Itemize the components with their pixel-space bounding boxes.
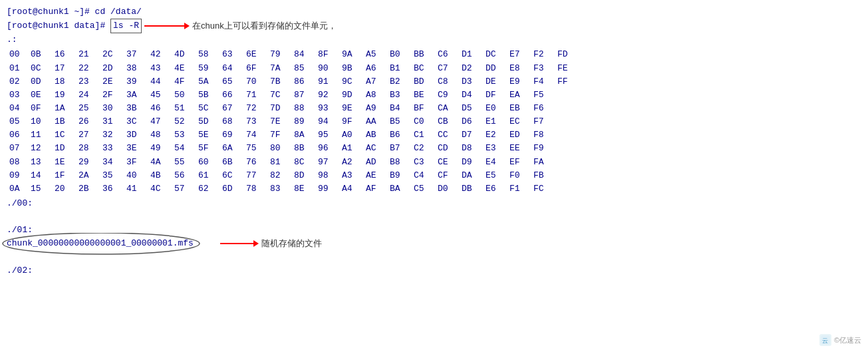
hex-cell: 4D xyxy=(174,48,198,61)
hex-table: 000B16212C37424D58636E79848F9AA5B0BBC6D1… xyxy=(9,48,861,196)
hex-cell: 10 xyxy=(31,115,55,128)
hex-cell: A1 xyxy=(342,142,366,155)
hex-cell: A2 xyxy=(342,156,366,169)
hex-cell: C5 xyxy=(414,182,438,196)
hex-cell: 0C xyxy=(31,62,55,75)
terminal-line-blank1 xyxy=(7,210,861,224)
hex-cell: A6 xyxy=(366,62,390,75)
hex-cell: 61 xyxy=(198,169,222,182)
hex-cell: 49 xyxy=(150,142,174,155)
hex-cell: 03 xyxy=(9,88,31,102)
watermark-icon: 云 xyxy=(819,334,831,346)
hex-cell: 27 xyxy=(78,128,102,142)
hex-row: 000B16212C37424D58636E79848F9AA5B0BBC6D1… xyxy=(9,48,861,61)
terminal-line-1: [root@chunk1 ~]# cd /data/ xyxy=(7,5,861,19)
hex-cell: 32 xyxy=(102,128,126,142)
hex-cell: 3C xyxy=(126,115,150,128)
hex-cell: 13 xyxy=(31,156,55,169)
hex-cell: 8C xyxy=(294,156,318,169)
hex-cell: 3F xyxy=(126,156,150,169)
hex-cell: 77 xyxy=(246,169,270,182)
hex-cell: FF xyxy=(557,75,581,88)
hex-cell: 5E xyxy=(198,128,222,142)
cloud-icon: 云 xyxy=(821,335,830,345)
hex-cell: 60 xyxy=(198,156,222,169)
hex-cell: 7B xyxy=(270,75,294,88)
terminal-line-02: ./02: xyxy=(7,264,861,277)
hex-cell: DD xyxy=(486,62,509,75)
hex-cell: 80 xyxy=(270,142,294,155)
hex-cell: D3 xyxy=(462,75,486,88)
hex-cell: E6 xyxy=(486,182,509,196)
hex-cell: 14 xyxy=(31,169,55,182)
hex-cell: F4 xyxy=(533,75,557,88)
hex-cell: 3B xyxy=(126,102,150,115)
hex-cell: 11 xyxy=(31,128,55,142)
hex-cell: 17 xyxy=(55,62,78,75)
hex-row: 030E19242F3A45505B66717C87929DA8B3BEC9D4… xyxy=(9,88,861,102)
hex-cell: BA xyxy=(390,182,414,196)
hex-cell: 97 xyxy=(318,156,342,169)
hex-cell: CC xyxy=(438,128,462,142)
hex-cell: 4B xyxy=(150,169,174,182)
hex-cell: E0 xyxy=(486,102,509,115)
hex-cell: 86 xyxy=(294,75,318,88)
hex-cell: FA xyxy=(533,156,557,169)
hex-cell: 90 xyxy=(318,62,342,75)
hex-cell: 15 xyxy=(31,182,55,196)
hex-cell: 05 xyxy=(9,115,31,128)
terminal-line-blank2 xyxy=(7,251,861,264)
hex-cell: 8D xyxy=(294,169,318,182)
prompt-1: [root@chunk1 ~]# cd /data/ xyxy=(7,5,142,19)
hex-cell: 30 xyxy=(102,102,126,115)
hex-cell: EF xyxy=(509,156,533,169)
hex-cell: 37 xyxy=(126,48,150,61)
hex-cell: 51 xyxy=(174,102,198,115)
hex-cell: 26 xyxy=(78,115,102,128)
hex-cell: 84 xyxy=(294,48,318,61)
hex-cell: 36 xyxy=(102,182,126,196)
hex-cell: 35 xyxy=(102,169,126,182)
hex-cell: 7A xyxy=(270,62,294,75)
hex-cell: 98 xyxy=(318,169,342,182)
hex-cell: B9 xyxy=(390,169,414,182)
hex-cell: F8 xyxy=(533,128,557,142)
hex-cell: D5 xyxy=(462,102,486,115)
watermark: 云 ©亿速云 xyxy=(819,334,861,346)
hex-cell: E3 xyxy=(486,142,509,155)
hex-cell: 78 xyxy=(246,182,270,196)
hex-cell: 8B xyxy=(294,142,318,155)
hex-cell: 28 xyxy=(78,142,102,155)
hex-cell: DF xyxy=(486,88,509,102)
hex-cell: EE xyxy=(509,142,533,155)
hex-cell: 1D xyxy=(55,142,78,155)
hex-cell: 31 xyxy=(102,115,126,128)
hex-cell: 12 xyxy=(31,142,55,155)
hex-cell: C6 xyxy=(438,48,462,61)
hex-cell: F7 xyxy=(533,115,557,128)
hex-cell: BD xyxy=(414,75,438,88)
hex-cell: 94 xyxy=(318,115,342,128)
hex-cell: 5F xyxy=(198,142,222,155)
hex-cell: D9 xyxy=(462,156,486,169)
hex-cell: 64 xyxy=(222,62,246,75)
hex-cell: DE xyxy=(486,75,509,88)
hex-cell: FC xyxy=(533,182,557,196)
hex-cell: 62 xyxy=(198,182,222,196)
hex-cell: E9 xyxy=(509,75,533,88)
hex-cell: 04 xyxy=(9,102,31,115)
hex-cell: 22 xyxy=(78,62,102,75)
hex-cell: A4 xyxy=(342,182,366,196)
hex-cell: CF xyxy=(438,169,462,182)
hex-cell: AF xyxy=(366,182,390,196)
hex-cell: 34 xyxy=(102,156,126,169)
file-arrow-line xyxy=(220,243,253,244)
hex-cell: 56 xyxy=(174,169,198,182)
hex-cell xyxy=(557,142,581,155)
hex-cell: 96 xyxy=(318,142,342,155)
hex-cell: CD xyxy=(438,142,462,155)
hex-cell: B3 xyxy=(390,88,414,102)
hex-cell: 58 xyxy=(198,48,222,61)
hex-cell: EB xyxy=(509,102,533,115)
hex-cell: 89 xyxy=(294,115,318,128)
